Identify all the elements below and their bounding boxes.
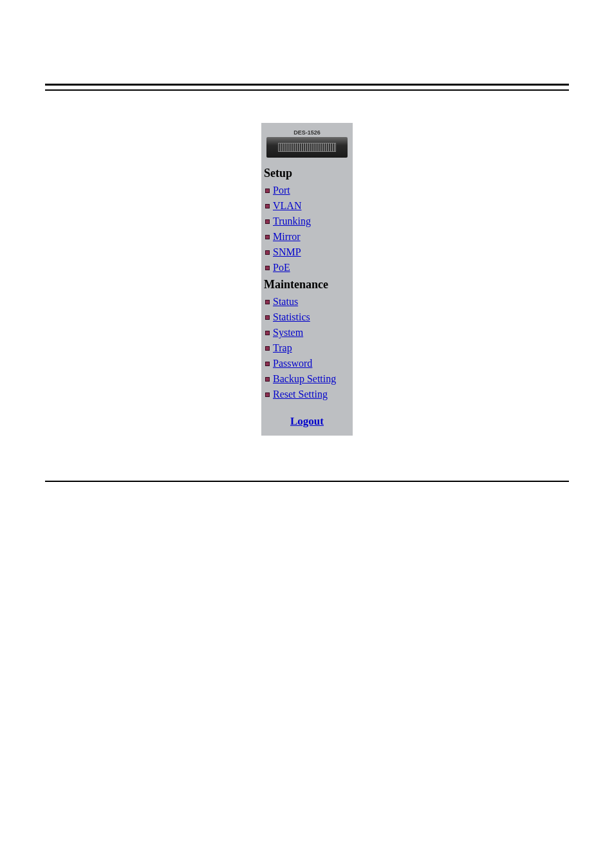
menu-link-label: VLAN — [273, 200, 301, 212]
menu-item-system[interactable]: System — [261, 325, 353, 340]
menu-link-label: PoE — [273, 262, 290, 273]
divider-top-thin — [45, 89, 569, 91]
divider-bottom — [45, 481, 569, 482]
menu-item-mirror[interactable]: Mirror — [261, 229, 353, 245]
bullet-icon — [265, 392, 270, 397]
divider-top-thick — [45, 84, 569, 86]
bullet-icon — [265, 377, 270, 382]
menu-link-label: Trap — [273, 342, 292, 354]
bullet-icon — [265, 266, 270, 270]
bullet-icon — [265, 235, 270, 239]
section-heading-maintenance: Maintenance — [261, 275, 353, 294]
bullet-icon — [265, 331, 270, 335]
bullet-icon — [265, 362, 270, 366]
device-ports-graphic — [278, 143, 336, 152]
bullet-icon — [265, 300, 270, 304]
menu-item-snmp[interactable]: SNMP — [261, 245, 353, 260]
menu-item-port[interactable]: Port — [261, 183, 353, 198]
bullet-icon — [265, 219, 270, 224]
device-box: DES-1526 — [261, 123, 353, 164]
menu-link-label: SNMP — [273, 246, 301, 258]
menu-item-reset-setting[interactable]: Reset Setting — [261, 387, 353, 402]
menu-link-label: System — [273, 327, 303, 338]
nav-panel: DES-1526 Setup Port VLAN Trunking Mirror… — [261, 123, 353, 436]
bullet-icon — [265, 315, 270, 320]
menu-item-trunking[interactable]: Trunking — [261, 214, 353, 229]
menu-link-label: Statistics — [273, 311, 310, 323]
menu-link-label: Port — [273, 185, 290, 196]
logout-row: Logout — [261, 402, 353, 436]
menu-item-password[interactable]: Password — [261, 356, 353, 371]
menu-link-label: Trunking — [273, 216, 311, 227]
menu-link-label: Mirror — [273, 231, 301, 243]
bullet-icon — [265, 346, 270, 351]
menu-item-vlan[interactable]: VLAN — [261, 198, 353, 214]
device-image — [266, 137, 348, 158]
device-label: DES-1526 — [265, 129, 349, 136]
menu-link-label: Status — [273, 296, 298, 308]
menu-item-trap[interactable]: Trap — [261, 340, 353, 356]
menu-item-backup-setting[interactable]: Backup Setting — [261, 371, 353, 387]
menu-item-statistics[interactable]: Statistics — [261, 309, 353, 325]
bullet-icon — [265, 189, 270, 193]
menu-link-label: Backup Setting — [273, 373, 336, 385]
bullet-icon — [265, 250, 270, 255]
section-heading-setup: Setup — [261, 164, 353, 183]
menu-item-poe[interactable]: PoE — [261, 260, 353, 275]
bullet-icon — [265, 204, 270, 208]
menu-link-label: Password — [273, 358, 312, 369]
menu-link-label: Reset Setting — [273, 389, 328, 400]
menu-item-status[interactable]: Status — [261, 294, 353, 309]
logout-link[interactable]: Logout — [290, 415, 324, 427]
